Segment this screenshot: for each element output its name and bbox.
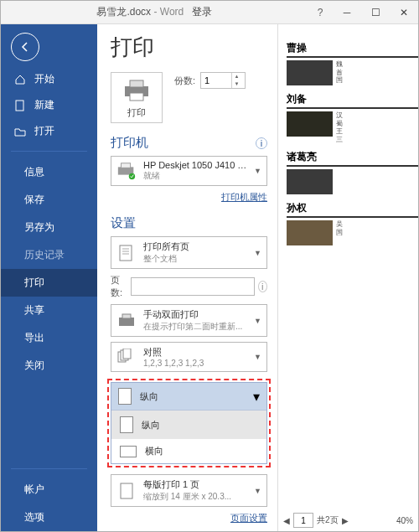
new-icon	[14, 100, 28, 111]
print-settings-panel: 打印 打印 份数: ▲▼ 打印机	[97, 24, 277, 531]
nav-saveas[interactable]: 另存为	[1, 214, 97, 241]
chevron-down-icon: ▼	[254, 317, 261, 325]
open-icon	[14, 126, 28, 137]
collate-select[interactable]: 对照1,2,3 1,2,3 1,2,3 ▼	[111, 342, 267, 372]
svg-rect-2	[130, 80, 143, 87]
orientation-option-portrait[interactable]: 纵向	[111, 411, 266, 439]
nav-home[interactable]: 开始	[1, 66, 97, 92]
page-number-input[interactable]	[293, 513, 313, 528]
nav-history[interactable]: 历史记录	[1, 241, 97, 269]
titlebar: 易雪龙.docx - Word 登录 ? ─ ☐ ✕	[1, 1, 418, 24]
printer-icon	[120, 78, 153, 103]
print-range-select[interactable]: 打印所有页整个文档 ▼	[111, 236, 267, 269]
print-button[interactable]: 打印	[111, 72, 163, 123]
orientation-dropdown[interactable]: 纵向 ▾ 纵向 横向	[111, 382, 267, 464]
nav-close[interactable]: 关闭	[1, 352, 97, 380]
chevron-down-icon: ▼	[254, 353, 261, 361]
chevron-down-icon: ▼	[254, 167, 261, 175]
portrait-page-icon	[118, 388, 132, 405]
print-preview: 曹操 魏首国 刘备 汉蜀王三 诸葛亮 孙权 吴国	[277, 24, 418, 531]
svg-rect-12	[122, 314, 131, 318]
portrait-page-icon	[120, 416, 133, 433]
settings-section-title: 设置	[111, 215, 136, 231]
copies-input[interactable]	[201, 75, 231, 85]
nav-account[interactable]: 帐户	[1, 476, 97, 504]
page-title: 打印	[111, 33, 267, 62]
svg-rect-15	[123, 349, 131, 359]
svg-rect-5	[122, 163, 131, 168]
next-page-button[interactable]: ▶	[342, 516, 349, 525]
title-text: 易雪龙.docx - Word 登录	[1, 5, 308, 19]
page-icon	[116, 482, 137, 500]
printer-properties-link[interactable]: 打印机属性	[221, 192, 267, 202]
nav-open[interactable]: 打开	[1, 118, 97, 144]
prev-page-button[interactable]: ◀	[283, 516, 290, 525]
svg-rect-0	[16, 101, 23, 111]
printer-device-icon	[116, 162, 137, 180]
page-total-label: 共2页	[317, 514, 339, 526]
collate-icon	[116, 349, 137, 365]
minimize-button[interactable]: ─	[333, 2, 361, 23]
copies-label: 份数:	[174, 75, 195, 87]
nav-info[interactable]: 信息	[1, 158, 97, 186]
preview-card: 刘备 汉蜀王三	[287, 92, 418, 143]
duplex-icon	[116, 312, 137, 329]
pages-label: 页数:	[111, 274, 127, 299]
svg-rect-7	[120, 245, 132, 261]
chevron-down-icon: ▼	[254, 487, 261, 495]
pages-info-icon[interactable]: i	[258, 281, 267, 292]
duplex-select[interactable]: 手动双面打印在提示打印第二面时重新... ▼	[111, 304, 267, 337]
login-link[interactable]: 登录	[192, 6, 212, 18]
page-setup-link[interactable]: 页面设置	[230, 513, 267, 523]
landscape-page-icon	[120, 446, 137, 457]
close-button[interactable]: ✕	[390, 2, 418, 23]
backstage-sidebar: 开始 新建 打开 信息 保存 另存为 历史记录 打印 共享 导出 关闭 帐户 选…	[1, 24, 97, 531]
nav-options[interactable]: 选项	[1, 504, 97, 531]
preview-card: 孙权 吴国	[287, 201, 418, 245]
nav-new[interactable]: 新建	[1, 92, 97, 118]
preview-card: 诸葛亮	[287, 150, 418, 194]
home-icon	[14, 74, 28, 85]
nav-print[interactable]: 打印	[1, 269, 97, 297]
back-button[interactable]	[11, 33, 39, 61]
orientation-selected[interactable]: 纵向 ▾	[111, 383, 266, 411]
preview-card: 曹操 魏首国	[287, 41, 418, 85]
help-icon[interactable]: ?	[308, 7, 333, 18]
printer-section-title: 打印机	[111, 135, 148, 151]
pages-input[interactable]	[131, 277, 255, 296]
spinner-up-icon[interactable]: ▲	[232, 73, 241, 80]
printer-select[interactable]: HP Deskjet 1050 J410 s... 就绪 ▼	[111, 156, 267, 186]
zoom-label: 40%	[396, 516, 413, 525]
orientation-option-landscape[interactable]: 横向	[111, 439, 266, 463]
preview-footer: ◀ 共2页 ▶ 40%	[283, 513, 413, 528]
printer-info-icon[interactable]: i	[256, 137, 267, 149]
nav-share[interactable]: 共享	[1, 297, 97, 324]
svg-rect-3	[130, 93, 143, 101]
copies-spinner[interactable]: ▲▼	[200, 72, 246, 89]
nav-save[interactable]: 保存	[1, 186, 97, 214]
maximize-button[interactable]: ☐	[361, 2, 390, 23]
svg-rect-16	[121, 483, 132, 498]
nav-export[interactable]: 导出	[1, 324, 97, 352]
chevron-down-icon: ▾	[253, 389, 260, 405]
orientation-highlight: 纵向 ▾ 纵向 横向	[107, 379, 271, 467]
pages-icon	[116, 244, 137, 262]
chevron-down-icon: ▼	[254, 249, 261, 257]
pages-per-sheet-select[interactable]: 每版打印 1 页缩放到 14 厘米 x 20.3... ▼	[111, 474, 267, 507]
spinner-down-icon[interactable]: ▼	[232, 80, 241, 88]
